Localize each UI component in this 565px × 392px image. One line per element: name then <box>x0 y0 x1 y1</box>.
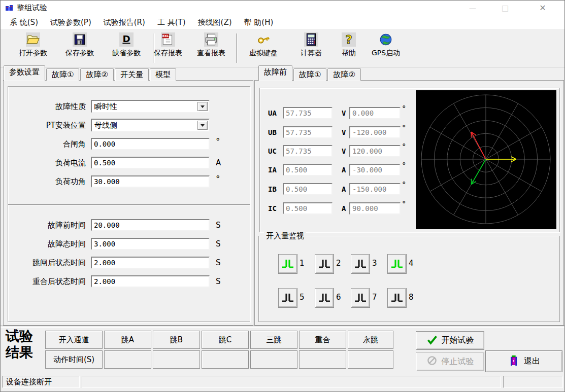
exit-label: 退出 <box>524 356 540 367</box>
exit-button[interactable]: 退出 <box>485 350 562 372</box>
calculator-button[interactable]: 计算器 <box>289 32 333 58</box>
toolbar-label: 保存参数 <box>58 49 102 58</box>
menu-help[interactable]: 帮 助(H) <box>244 18 274 27</box>
stop-icon <box>426 355 438 368</box>
binary-input-number: 7 <box>372 288 377 307</box>
status-message <box>82 376 501 388</box>
tab-prefault[interactable]: 故障前 <box>258 65 292 81</box>
status-extra <box>503 376 563 388</box>
toolbar-label: GPS启动 <box>368 49 404 58</box>
contact-switch-icon <box>282 259 294 270</box>
toolbar: 打开参数 保存参数 D 缺省参数 <box>1 29 564 68</box>
start-test-button[interactable]: 开始试验 <box>416 331 484 350</box>
results-title-line1: 试验 <box>6 328 33 344</box>
default-params-button[interactable]: D 缺省参数 <box>105 32 148 58</box>
ic-value-field[interactable]: 0.500 <box>283 202 333 215</box>
binary-input-6[interactable] <box>315 288 334 308</box>
binary-input-7[interactable] <box>351 288 370 308</box>
stop-test-label: 停止试验 <box>442 357 474 367</box>
degree-label: ° <box>402 104 406 114</box>
binary-input-number: 3 <box>372 254 377 273</box>
phasor-name: UB <box>268 126 277 138</box>
unit-label: V <box>342 126 346 138</box>
column-header: 跳A <box>104 331 151 349</box>
tab-right-fault-2[interactable]: 故障② <box>327 68 360 81</box>
binary-input-2[interactable] <box>315 254 334 274</box>
post-reclose-time-input[interactable]: 2.000 <box>91 275 210 288</box>
tab-param-settings[interactable]: 参数设置 <box>4 65 45 81</box>
default-params-icon: D <box>119 32 134 47</box>
gps-start-button[interactable]: GPS启动 <box>368 32 404 58</box>
contact-switch-icon <box>318 259 330 270</box>
fault-state-time-input[interactable]: 3.000 <box>91 238 210 250</box>
table-cell <box>299 350 346 369</box>
menu-wiring-diagram[interactable]: 接线图(Z) <box>198 18 232 27</box>
unit-label: ° <box>216 175 220 183</box>
binary-input-3[interactable] <box>351 254 370 274</box>
virtual-keyboard-button[interactable]: 虚拟键盘 <box>242 32 285 58</box>
ib-angle-field[interactable]: -150.000 <box>349 183 401 195</box>
column-header: 三跳 <box>250 331 297 349</box>
phasor-canvas <box>416 90 556 229</box>
contact-switch-icon <box>354 259 367 270</box>
toolbar-label: 缺省参数 <box>105 49 148 58</box>
prefault-time-input[interactable]: 20.000 <box>91 219 210 231</box>
binary-input-8[interactable] <box>387 288 407 308</box>
ub-angle-field[interactable]: -120.000 <box>349 126 401 138</box>
phasor-name: IC <box>268 202 277 215</box>
menu-bar: 系 统(S) 试验参数(P) 试验报告(R) 工 具(T) 接线图(Z) 帮 助… <box>1 16 564 29</box>
degree-label: ° <box>402 200 406 209</box>
tab-fault-1[interactable]: 故障① <box>46 68 79 81</box>
view-report-button[interactable]: 查看报表 <box>189 32 233 58</box>
unit-label: V <box>342 107 346 119</box>
uc-value-field[interactable]: 57.735 <box>283 145 333 157</box>
save-report-button[interactable]: EXL 保存报表 <box>146 32 190 58</box>
ub-value-field[interactable]: 57.735 <box>283 126 333 138</box>
save-params-button[interactable]: 保存参数 <box>58 32 102 58</box>
ia-angle-field[interactable]: -30.000 <box>349 164 401 176</box>
right-tab-strip: 故障前 故障① 故障② <box>258 67 362 81</box>
ib-value-field[interactable]: 0.500 <box>283 183 333 195</box>
calculator-icon <box>304 32 318 47</box>
svg-text:?: ? <box>345 32 352 47</box>
binary-input-number: 5 <box>300 288 305 307</box>
menu-test-params[interactable]: 试验参数(P) <box>50 18 91 27</box>
ua-value-field[interactable]: 57.735 <box>283 107 333 119</box>
tab-switch-quantity[interactable]: 开关量 <box>115 68 149 81</box>
tab-fault-2[interactable]: 故障② <box>80 68 113 81</box>
ia-value-field[interactable]: 0.500 <box>283 164 333 176</box>
unit-label: ° <box>216 138 220 145</box>
binary-input-title: 开入量监视 <box>264 231 306 241</box>
binary-input-1[interactable] <box>278 254 297 274</box>
column-header: 永跳 <box>348 331 393 349</box>
unit-label: S <box>216 275 221 288</box>
binary-input-groupbox: 开入量监视 1 2 3 4 <box>258 236 560 322</box>
menu-system[interactable]: 系 统(S) <box>10 18 38 27</box>
toolbar-label: 帮助 <box>334 49 364 58</box>
title-bar: 整组试验 — □ ✕ <box>1 1 564 16</box>
menu-test-report[interactable]: 试验报告(R) <box>104 18 145 27</box>
help-button[interactable]: ? 帮助 <box>334 32 364 58</box>
close-button[interactable]: ✕ <box>531 1 554 16</box>
stop-test-button[interactable]: 停止试验 <box>416 352 484 371</box>
table-cell <box>348 350 393 369</box>
tab-right-fault-1[interactable]: 故障① <box>293 68 326 81</box>
tab-model[interactable]: 模型 <box>150 68 176 81</box>
maximize-button[interactable]: □ <box>494 1 516 16</box>
table-cell <box>250 350 297 369</box>
menu-tools[interactable]: 工 具(T) <box>157 18 186 27</box>
check-icon <box>426 334 438 347</box>
ua-angle-field[interactable]: 0.000 <box>349 107 401 119</box>
post-trip-time-input[interactable]: 2.000 <box>91 257 210 269</box>
results-title: 试验 结果 <box>6 328 33 361</box>
binary-input-5[interactable] <box>278 288 297 308</box>
minimize-button[interactable]: — <box>461 1 484 16</box>
uc-angle-field[interactable]: 120.000 <box>349 145 401 157</box>
contact-switch-icon <box>391 259 403 270</box>
binary-input-number: 6 <box>336 288 341 307</box>
binary-input-4[interactable] <box>387 254 407 274</box>
toolbar-label: 计算器 <box>289 49 333 58</box>
prefault-time-label: 故障前时间 <box>11 219 86 231</box>
open-params-button[interactable]: 打开参数 <box>11 32 55 58</box>
ic-angle-field[interactable]: 90.000 <box>349 202 401 215</box>
